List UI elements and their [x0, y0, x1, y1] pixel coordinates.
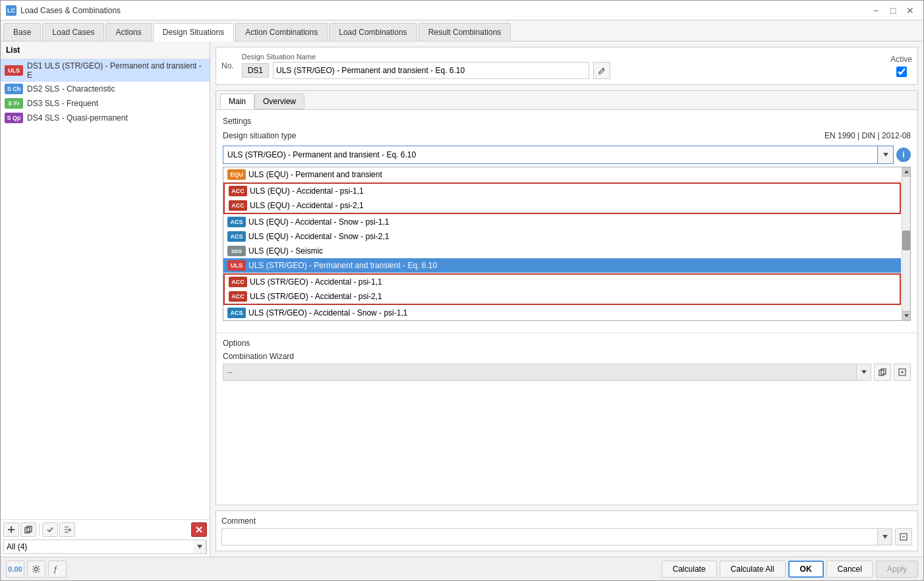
- dd-item-text: ULS (EQU) - Accidental - psi-2,1: [250, 201, 364, 210]
- ds-name-header-label: Design Situation Name: [242, 53, 610, 61]
- list-item-text: DS3 SLS - Frequent: [27, 99, 98, 108]
- tab-result-combinations[interactable]: Result Combinations: [419, 23, 511, 41]
- cancel-button[interactable]: Cancel: [826, 561, 873, 578]
- formula-icon: ƒ: [53, 565, 62, 574]
- combination-dropdown-button[interactable]: [856, 364, 871, 380]
- scroll-thumb[interactable]: [902, 231, 910, 250]
- settings-title: Settings: [223, 117, 911, 126]
- dd-item-seis[interactable]: SEIS ULS (EQU) - Seismic: [223, 244, 901, 258]
- list-item[interactable]: S Ch DS2 SLS - Characteristic: [1, 82, 210, 96]
- dd-item-acc1[interactable]: ACC ULS (EQU) - Accidental - psi-1,1: [225, 184, 900, 198]
- badge-uls: ULS: [5, 65, 23, 76]
- badge-acc: ACC: [229, 291, 247, 302]
- combination-value: --: [223, 368, 856, 377]
- settings-icon: [32, 565, 41, 574]
- list-item-text: DS1 ULS (STR/GEO) - Permanent and transi…: [27, 61, 206, 80]
- close-button[interactable]: ✕: [902, 4, 918, 17]
- badge-acs: ACS: [227, 217, 246, 227]
- bottom-icon-btn-3[interactable]: ƒ: [48, 561, 67, 578]
- dd-item-acs1[interactable]: ACS ULS (EQU) - Accidental - Snow - psi-…: [223, 215, 901, 229]
- left-panel-footer: All (4): [1, 519, 210, 557]
- dd-item-text: ULS (EQU) - Accidental - Snow - psi-2,1: [248, 232, 389, 241]
- badge-equ: EQU: [227, 169, 246, 180]
- tab-base[interactable]: Base: [3, 23, 41, 41]
- window-icon: LC: [6, 5, 16, 16]
- tab-design-situations[interactable]: Design Situations: [153, 23, 234, 42]
- badge-uls-sel: ULS: [227, 260, 246, 271]
- active-checkbox[interactable]: [896, 67, 907, 77]
- dd-item-acc2[interactable]: ACC ULS (EQU) - Accidental - psi-2,1: [225, 198, 900, 213]
- combination-export-button[interactable]: [894, 364, 911, 381]
- badge-acc: ACC: [229, 277, 247, 287]
- options-title: Options: [223, 339, 911, 348]
- dd-item-acs2[interactable]: ACS ULS (EQU) - Accidental - Snow - psi-…: [223, 229, 901, 244]
- list-item[interactable]: S Fr DS3 SLS - Frequent: [1, 96, 210, 111]
- scroll-track: [902, 177, 910, 311]
- comment-edit-button[interactable]: [895, 528, 912, 545]
- list-item-text: DS4 SLS - Quasi-permanent: [27, 113, 128, 123]
- tab-load-combinations[interactable]: Load Combinations: [329, 23, 417, 41]
- inner-tabs: Main Overview: [216, 91, 917, 110]
- tab-overview[interactable]: Overview: [254, 94, 304, 109]
- minimize-button[interactable]: −: [868, 4, 884, 17]
- calculate-button[interactable]: Calculate: [662, 561, 717, 578]
- dst-label: Design situation type: [223, 131, 296, 140]
- renumber-button[interactable]: [59, 522, 75, 537]
- comment-label: Comment: [221, 516, 912, 526]
- copy-button[interactable]: [20, 522, 36, 537]
- ds-no-label: No.: [221, 61, 234, 70]
- bottom-bar: 0.00 ƒ Calculate Calculate All OK Cancel…: [1, 557, 923, 580]
- ds-no-value: DS1: [242, 63, 269, 78]
- scroll-down-button[interactable]: [902, 311, 910, 320]
- tab-bar: Base Load Cases Actions Design Situation…: [1, 20, 923, 42]
- number-icon: 0.00: [8, 565, 22, 573]
- badge-acs: ACS: [227, 231, 246, 242]
- scroll-up-button[interactable]: [902, 167, 910, 177]
- ds-header-box: No. Design Situation Name DS1 Active: [216, 47, 918, 85]
- calculate-all-button[interactable]: Calculate All: [720, 561, 786, 578]
- dd-acc-group2: ACC ULS (STR/GEO) - Accidental - psi-1,1…: [223, 273, 901, 305]
- options-section: Options Combination Wizard --: [216, 333, 917, 387]
- comment-section: Comment: [216, 511, 918, 551]
- maximize-button[interactable]: □: [885, 4, 901, 17]
- badge-acc: ACC: [229, 200, 247, 211]
- bottom-icon-btn-2[interactable]: [27, 561, 45, 578]
- combination-wizard-row: --: [223, 364, 911, 381]
- dropdown-arrow-button[interactable]: [877, 146, 893, 163]
- dd-item-uls-selected[interactable]: ULS ULS (STR/GEO) - Permanent and transi…: [223, 258, 901, 273]
- filter-row: All (4): [3, 540, 207, 554]
- filter-dropdown-button[interactable]: [193, 540, 206, 554]
- list-item[interactable]: S Qp DS4 SLS - Quasi-permanent: [1, 111, 210, 125]
- bottom-icon-btn-1[interactable]: 0.00: [6, 561, 24, 578]
- tab-actions[interactable]: Actions: [105, 23, 151, 41]
- tab-action-combinations[interactable]: Action Combinations: [235, 23, 328, 41]
- tab-main[interactable]: Main: [220, 94, 254, 109]
- ok-button[interactable]: OK: [788, 561, 824, 578]
- combination-copy-button[interactable]: [874, 364, 891, 381]
- dd-item-acc4[interactable]: ACC ULS (STR/GEO) - Accidental - psi-2,1: [225, 289, 900, 304]
- info-button[interactable]: i: [896, 148, 911, 162]
- delete-button[interactable]: [191, 522, 207, 537]
- dd-item-acc3[interactable]: ACC ULS (STR/GEO) - Accidental - psi-1,1: [225, 275, 900, 289]
- comment-dropdown-button[interactable]: [877, 529, 892, 545]
- add-button[interactable]: [3, 522, 19, 537]
- list-header: List: [1, 42, 210, 59]
- comment-row: [221, 528, 912, 545]
- right-panel: No. Design Situation Name DS1 Active: [210, 42, 923, 557]
- check-button[interactable]: [42, 522, 58, 537]
- settings-box: Main Overview Settings Design situation …: [216, 90, 918, 505]
- list-item[interactable]: ULS DS1 ULS (STR/GEO) - Permanent and tr…: [1, 59, 210, 82]
- scrollbar: [902, 167, 910, 320]
- dd-item-text: ULS (STR/GEO) - Permanent and transient …: [248, 261, 437, 270]
- svg-rect-1: [8, 529, 14, 530]
- apply-button[interactable]: Apply: [876, 561, 918, 578]
- ds-edit-button[interactable]: [593, 62, 610, 79]
- dd-acc-group: ACC ULS (EQU) - Accidental - psi-1,1 ACC…: [223, 182, 901, 214]
- dd-item-text: ULS (STR/GEO) - Accidental - psi-1,1: [250, 277, 382, 287]
- dd-item-equ[interactable]: EQU ULS (EQU) - Permanent and transient: [223, 167, 901, 182]
- ds-name-input[interactable]: [273, 62, 589, 79]
- tab-load-cases[interactable]: Load Cases: [42, 23, 104, 41]
- title-bar: LC Load Cases & Combinations − □ ✕: [1, 1, 923, 20]
- dd-item-acs3[interactable]: ACS ULS (STR/GEO) - Accidental - Snow - …: [223, 306, 901, 320]
- dd-item-text: ULS (EQU) - Permanent and transient: [248, 170, 382, 179]
